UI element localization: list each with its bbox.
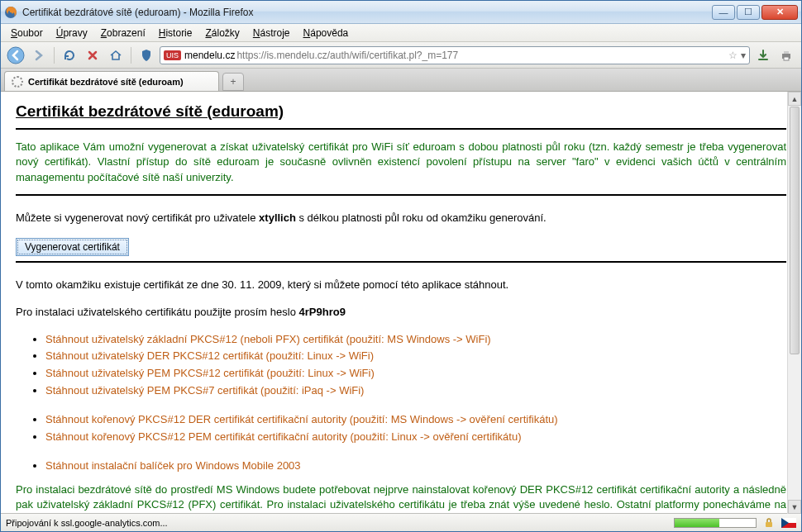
home-button[interactable] bbox=[106, 45, 126, 65]
menu-item[interactable]: Nástroje bbox=[246, 26, 297, 40]
menu-item[interactable]: Záložky bbox=[198, 26, 246, 40]
menu-item[interactable]: Historie bbox=[152, 26, 199, 40]
url-path: https://is.mendelu.cz/auth/wifi/certifik… bbox=[236, 50, 458, 61]
svg-rect-3 bbox=[784, 51, 789, 54]
close-button[interactable]: ✕ bbox=[761, 5, 798, 20]
minimize-button[interactable]: — bbox=[712, 5, 735, 20]
svg-rect-4 bbox=[784, 57, 789, 60]
list-item: Stáhnout uživatelský PEM PKCS#7 certifik… bbox=[45, 383, 786, 399]
url-host: mendelu.cz bbox=[183, 50, 236, 61]
list-item: Stáhnout uživatelský PEM PKCS#12 certifi… bbox=[45, 366, 786, 382]
new-tab-button[interactable]: + bbox=[222, 73, 244, 91]
download-link[interactable]: Stáhnout uživatelský DER PKCS#12 certifi… bbox=[45, 349, 374, 362]
loading-throbber-icon bbox=[12, 76, 23, 88]
download-link[interactable]: Stáhnout uživatelský základní PKCS#12 (n… bbox=[45, 333, 491, 345]
tab-active[interactable]: Certifikát bezdrátové sítě (eduroam) bbox=[4, 71, 219, 91]
url-dropdown-icon[interactable]: ▾ bbox=[741, 50, 746, 61]
page-content: Certifikát bezdrátové sítě (eduroam) Tat… bbox=[1, 92, 801, 513]
scroll-thumb[interactable] bbox=[790, 107, 800, 354]
svg-rect-5 bbox=[766, 522, 772, 527]
statusbar: Připojování k ssl.google-analytics.com..… bbox=[1, 513, 801, 531]
intro-text: Tato aplikace Vám umožní vygenerovat a z… bbox=[16, 140, 786, 187]
gen-text-2: s délkou platnosti půl roku od okamžiku … bbox=[296, 211, 547, 224]
download-list-root: Stáhnout kořenový PKCS#12 DER certifikát… bbox=[45, 412, 786, 445]
identity-badge: UIS bbox=[164, 50, 181, 60]
pw-text: Pro instalaci uživatelského certifikátu … bbox=[16, 306, 299, 318]
install-text: Pro instalaci bezdrátové sítě do prostře… bbox=[16, 482, 786, 513]
progress-bar bbox=[674, 518, 757, 528]
download-link[interactable]: Stáhnout uživatelský PEM PKCS#12 certifi… bbox=[45, 367, 375, 379]
padlock-icon bbox=[763, 517, 775, 529]
generate-certificate-button[interactable]: Vygenerovat certifikát bbox=[16, 238, 129, 256]
separator bbox=[16, 194, 786, 196]
password-line: Pro instalaci uživatelského certifikátu … bbox=[16, 305, 786, 321]
menu-item[interactable]: Zobrazení bbox=[94, 26, 152, 40]
download-link[interactable]: Stáhnout instalační balíček pro Windows … bbox=[45, 459, 301, 472]
back-button[interactable] bbox=[6, 45, 26, 65]
menu-item[interactable]: Nápověda bbox=[297, 26, 356, 40]
separator-2 bbox=[16, 261, 786, 263]
download-list-mobile: Stáhnout instalační balíček pro Windows … bbox=[45, 458, 786, 474]
download-link[interactable]: Stáhnout uživatelský PEM PKCS#7 certifik… bbox=[45, 384, 364, 397]
svg-point-1 bbox=[7, 47, 24, 64]
window-title: Certifikát bezdrátové sítě (eduroam) - M… bbox=[22, 7, 712, 18]
list-item: Stáhnout kořenový PKCS#12 DER certifikát… bbox=[45, 412, 786, 428]
download-list-user: Stáhnout uživatelský základní PKCS#12 (n… bbox=[45, 332, 786, 399]
generate-line: Můžete si vygenerovat nový certifikát pr… bbox=[16, 211, 786, 226]
flag-icon bbox=[781, 518, 796, 528]
scroll-up-arrow-icon[interactable]: ▲ bbox=[788, 92, 801, 106]
tab-strip: Certifikát bezdrátové sítě (eduroam) + bbox=[1, 69, 801, 92]
bookmark-star-icon[interactable]: ☆ bbox=[728, 50, 738, 61]
list-item: Stáhnout uživatelský DER PKCS#12 certifi… bbox=[45, 349, 786, 364]
scroll-down-arrow-icon[interactable]: ▼ bbox=[788, 500, 801, 514]
username: xtyllich bbox=[259, 211, 296, 224]
downloads-button[interactable] bbox=[753, 45, 773, 65]
firefox-icon bbox=[4, 6, 17, 19]
firefox-window: Certifikát bezdrátové sítě (eduroam) - M… bbox=[0, 0, 802, 532]
menu-item[interactable]: Soubor bbox=[4, 26, 50, 40]
download-link[interactable]: Stáhnout kořenový PKCS#12 DER certifikát… bbox=[45, 413, 558, 425]
vertical-scrollbar[interactable]: ▲ ▼ bbox=[787, 92, 801, 514]
menubar: SouborÚpravyZobrazeníHistorieZáložkyNást… bbox=[1, 24, 801, 42]
print-button[interactable] bbox=[776, 45, 796, 65]
password: 4rP9hro9 bbox=[299, 306, 346, 318]
security-shield-icon[interactable] bbox=[136, 45, 156, 65]
list-item: Stáhnout kořenový PKCS#12 PEM certifikát… bbox=[45, 430, 786, 445]
tab-title: Certifikát bezdrátové sítě (eduroam) bbox=[28, 77, 184, 87]
status-text: Připojování k ssl.google-analytics.com..… bbox=[6, 518, 168, 528]
maximize-button[interactable]: ☐ bbox=[737, 5, 760, 20]
forward-button[interactable] bbox=[29, 45, 49, 65]
navigation-toolbar: UIS mendelu.cz https://is.mendelu.cz/aut… bbox=[1, 42, 801, 69]
list-item: Stáhnout instalační balíček pro Windows … bbox=[45, 458, 786, 474]
exists-text: V tomto okamžiku existuje certifikát ze … bbox=[16, 278, 786, 293]
url-bar[interactable]: UIS mendelu.cz https://is.mendelu.cz/aut… bbox=[160, 46, 750, 64]
gen-text-1: Můžete si vygenerovat nový certifikát pr… bbox=[16, 211, 259, 224]
stop-button[interactable] bbox=[83, 45, 103, 65]
menu-item[interactable]: Úpravy bbox=[50, 26, 94, 40]
download-link[interactable]: Stáhnout kořenový PKCS#12 PEM certifikát… bbox=[45, 430, 522, 443]
titlebar: Certifikát bezdrátové sítě (eduroam) - M… bbox=[1, 1, 801, 24]
page-title: Certifikát bezdrátové sítě (eduroam) bbox=[16, 100, 786, 130]
reload-button[interactable] bbox=[60, 45, 79, 65]
list-item: Stáhnout uživatelský základní PKCS#12 (n… bbox=[45, 332, 786, 348]
